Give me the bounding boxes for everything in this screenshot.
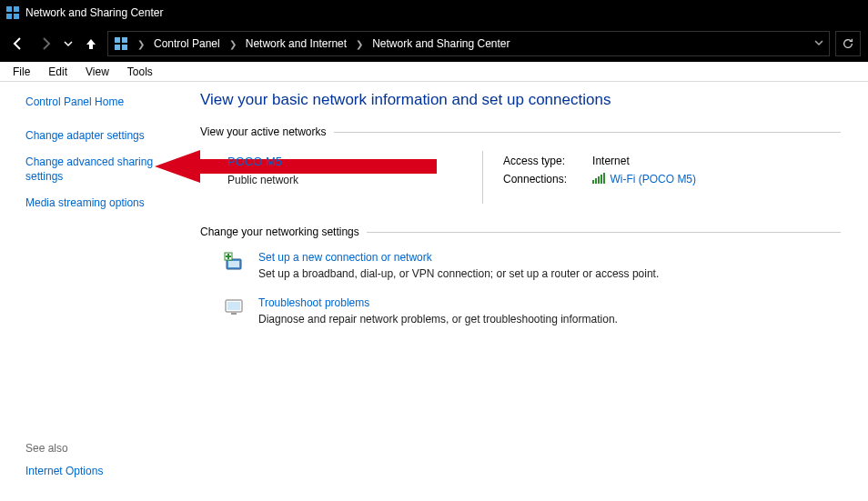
divider: [482, 151, 483, 204]
action-troubleshoot: Troubleshoot problems Diagnose and repai…: [224, 296, 841, 326]
svg-rect-5: [122, 37, 127, 43]
svg-rect-19: [231, 313, 237, 315]
wifi-signal-icon: [592, 173, 605, 186]
address-dropdown[interactable]: [814, 37, 823, 50]
change-settings-header: Change your networking settings: [200, 225, 841, 238]
see-also-label: See also: [25, 442, 180, 455]
svg-rect-2: [6, 14, 12, 19]
up-button[interactable]: [80, 33, 102, 55]
action-desc: Set up a broadband, dial-up, or VPN conn…: [258, 267, 659, 280]
action-desc: Diagnose and repair network problems, or…: [258, 313, 618, 326]
main-panel: View your basic network information and …: [191, 82, 868, 501]
chevron-right-icon[interactable]: ❯: [137, 39, 145, 49]
breadcrumb-item[interactable]: Network and Internet: [246, 37, 347, 50]
svg-rect-0: [6, 6, 12, 12]
svg-rect-6: [115, 45, 120, 50]
connections-label: Connections:: [503, 171, 572, 188]
svg-rect-12: [601, 175, 602, 184]
svg-rect-15: [228, 261, 239, 267]
sidebar-home[interactable]: Control Panel Home: [25, 95, 180, 110]
svg-rect-11: [598, 176, 600, 184]
sidebar-change-advanced-sharing[interactable]: Change advanced sharing settings: [25, 155, 180, 185]
menu-tools[interactable]: Tools: [118, 64, 162, 80]
recent-dropdown[interactable]: [62, 33, 75, 55]
sidebar: Control Panel Home Change adapter settin…: [0, 82, 191, 501]
menu-view[interactable]: View: [76, 64, 118, 80]
access-type-label: Access type:: [503, 153, 572, 169]
access-type-value: Internet: [574, 153, 701, 169]
svg-rect-13: [603, 173, 605, 184]
page-heading: View your basic network information and …: [200, 91, 841, 109]
change-settings-label: Change your networking settings: [200, 225, 359, 238]
svg-rect-10: [595, 178, 597, 184]
app-icon: [5, 5, 20, 20]
sidebar-change-adapter[interactable]: Change adapter settings: [25, 128, 180, 144]
sidebar-media-streaming[interactable]: Media streaming options: [25, 195, 180, 211]
title-bar: Network and Sharing Center: [0, 0, 868, 25]
troubleshoot-icon: [224, 296, 246, 318]
forward-button[interactable]: [35, 33, 56, 55]
control-panel-icon: [114, 36, 128, 51]
setup-connection-icon: [224, 251, 246, 273]
chevron-right-icon[interactable]: ❯: [356, 39, 363, 49]
svg-rect-3: [14, 14, 19, 19]
menu-edit[interactable]: Edit: [39, 64, 76, 80]
active-networks-label: View your active networks: [200, 125, 327, 138]
network-type: Public network: [227, 174, 482, 186]
svg-rect-9: [592, 180, 594, 184]
svg-rect-4: [115, 37, 120, 43]
active-network-block: POCO M5 Public network Access type: Inte…: [200, 151, 841, 204]
action-setup-connection: Set up a new connection or network Set u…: [224, 251, 841, 280]
svg-rect-18: [227, 302, 240, 310]
nav-bar: ❯ Control Panel ❯ Network and Internet ❯…: [0, 25, 868, 62]
action-title[interactable]: Set up a new connection or network: [258, 251, 659, 264]
sidebar-internet-options[interactable]: Internet Options: [25, 464, 180, 479]
menu-file[interactable]: File: [4, 64, 39, 80]
breadcrumb-item[interactable]: Control Panel: [154, 37, 220, 50]
breadcrumb-item[interactable]: Network and Sharing Center: [372, 37, 510, 50]
connection-link[interactable]: Wi-Fi (POCO M5): [610, 173, 696, 185]
window-title: Network and Sharing Center: [25, 6, 163, 19]
network-name: POCO M5: [227, 155, 482, 168]
active-networks-header: View your active networks: [200, 125, 841, 138]
back-button[interactable]: [7, 33, 29, 55]
menu-bar: File Edit View Tools: [0, 62, 868, 82]
chevron-right-icon[interactable]: ❯: [229, 39, 237, 49]
refresh-button[interactable]: [835, 31, 861, 56]
address-bar[interactable]: ❯ Control Panel ❯ Network and Internet ❯…: [107, 31, 830, 56]
svg-rect-1: [14, 6, 19, 12]
svg-rect-7: [122, 45, 127, 50]
content-area: Control Panel Home Change adapter settin…: [0, 82, 868, 501]
action-title[interactable]: Troubleshoot problems: [258, 296, 618, 309]
